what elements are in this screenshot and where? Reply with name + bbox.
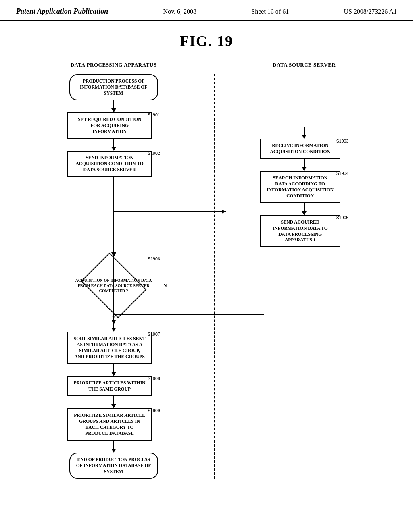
s1906-text: ACQUISITION OF INFORMATION DATA FROM EAC… <box>69 257 158 314</box>
svg-marker-14 <box>302 135 307 139</box>
page: Patent Application Publication Nov. 6, 2… <box>0 0 413 479</box>
arrow-7 <box>111 441 117 453</box>
svg-marker-6 <box>111 328 116 332</box>
svg-marker-1 <box>111 108 116 112</box>
s1908-box: PRIORITIZE ARTICLES WITHIN THE SAME GROU… <box>67 376 152 396</box>
left-col-header: DATA PROCESSING APPARATUS <box>71 62 157 68</box>
svg-marker-18 <box>302 211 307 215</box>
sheet-label: Sheet 16 of 61 <box>251 8 289 15</box>
s1904-label: S1904 <box>336 171 348 176</box>
s1905-label: S1905 <box>336 215 348 220</box>
s1901-label: S1901 <box>148 112 160 117</box>
s1907-box: SORT SIMILAR ARTICLES SENT AS INFORMATIO… <box>67 332 152 364</box>
s1906-diamond-container: ACQUISITION OF INFORMATION DATA FROM EAC… <box>69 257 158 314</box>
s1903-box: RECEIVE INFORMATION ACQUISITION CONDITIO… <box>260 139 340 159</box>
s1904-box: SEARCH INFORMATION DATA ACCORDING TO INF… <box>260 171 340 203</box>
y-label: Y <box>112 315 115 321</box>
s1906-label: S1906 <box>148 256 160 261</box>
arrow-r2 <box>301 159 307 171</box>
page-header: Patent Application Publication Nov. 6, 2… <box>0 0 413 21</box>
date-label: Nov. 6, 2008 <box>163 8 197 15</box>
s1902-box: SEND INFORMATION ACQUISITION CONDITION T… <box>67 151 152 177</box>
patent-number: US 2008/273226 A1 <box>344 8 397 15</box>
arrow-1 <box>111 100 117 112</box>
arrow-r1 <box>301 127 307 139</box>
arrow-5 <box>111 364 117 376</box>
arrow-r3 <box>301 203 307 215</box>
figure-title: FIG. 19 <box>0 33 413 50</box>
n-label: N <box>163 283 167 289</box>
s1901-box: SET REQUIRED CONDITION FOR ACQUIRING INF… <box>67 112 152 139</box>
svg-marker-10 <box>111 404 116 408</box>
s1905-box: SEND ACQUIRED INFORMATION DATA TO DATA P… <box>260 215 340 247</box>
right-col-header: DATA SOURCE SERVER <box>273 62 336 68</box>
publication-label: Patent Application Publication <box>16 7 108 16</box>
start-box: PRODUCTION PROCESS OF INFORMATION DATABA… <box>69 74 158 100</box>
arrow-2 <box>111 139 117 151</box>
svg-marker-12 <box>111 449 116 453</box>
end-box: END OF PRODUCTION PROCESS OF INFORMATION… <box>69 453 158 479</box>
s1903-label: S1903 <box>336 139 348 143</box>
s1907-label: S1907 <box>148 332 160 337</box>
svg-marker-16 <box>302 167 307 171</box>
svg-marker-3 <box>111 147 116 151</box>
arrow-6 <box>111 396 117 408</box>
s1902-label: S1902 <box>148 151 160 156</box>
s1908-label: S1908 <box>148 376 160 381</box>
svg-marker-8 <box>111 372 116 376</box>
s1909-label: S1909 <box>148 408 160 413</box>
s1909-box: PRIORITIZE SIMILAR ARTICLE GROUPS AND AR… <box>67 408 152 441</box>
